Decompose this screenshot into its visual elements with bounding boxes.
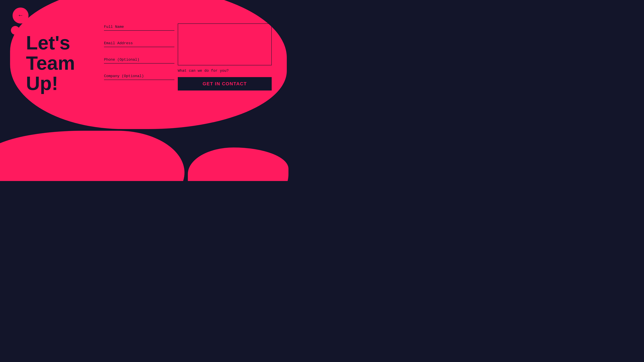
contact-form xyxy=(104,23,174,89)
full-name-input[interactable] xyxy=(104,23,174,31)
dot-large xyxy=(11,26,20,35)
phone-input[interactable] xyxy=(104,56,174,63)
back-arrow-icon: ← xyxy=(19,12,22,18)
company-input[interactable] xyxy=(104,73,174,80)
back-button[interactable]: ← xyxy=(12,7,28,23)
email-input[interactable] xyxy=(104,40,174,47)
submit-button-label: GET IN CONTACT xyxy=(202,81,247,86)
close-button[interactable]: ✕ xyxy=(308,7,313,16)
email-field xyxy=(104,40,174,47)
heading-line2: Team xyxy=(26,53,75,73)
company-field xyxy=(104,73,174,80)
page-heading: Let's Team Up! xyxy=(26,33,75,93)
message-label: What can we do for you? xyxy=(178,69,272,73)
message-container: What can we do for you? xyxy=(178,23,272,73)
blob-bottom-right xyxy=(188,147,288,181)
submit-button[interactable]: GET IN CONTACT xyxy=(178,77,272,90)
heading-line3: Up! xyxy=(26,73,75,93)
message-textarea[interactable] xyxy=(178,23,272,65)
heading-line1: Let's xyxy=(26,33,75,53)
blob-bottom xyxy=(0,131,184,181)
full-name-field xyxy=(104,23,174,31)
phone-field xyxy=(104,56,174,63)
